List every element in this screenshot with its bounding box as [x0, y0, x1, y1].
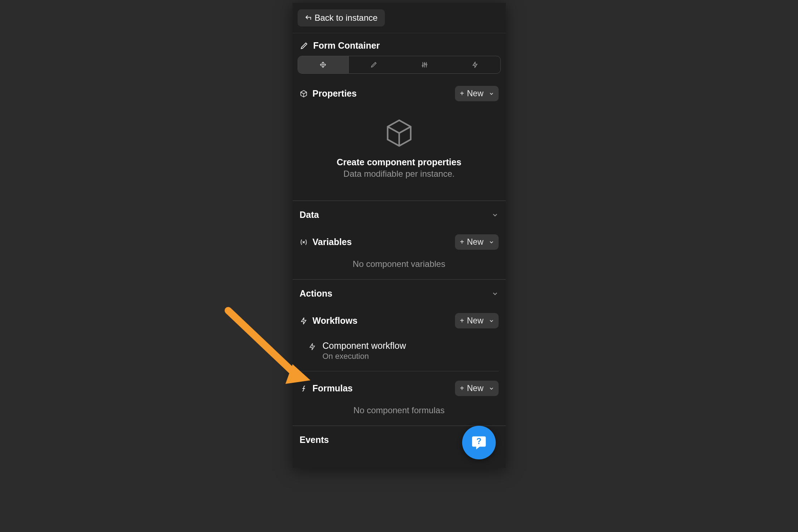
workflows-new-label: New — [467, 316, 483, 326]
move-icon — [319, 61, 327, 68]
workflows-header: Workflows + New — [293, 307, 506, 334]
formulas-new-button[interactable]: + New — [455, 381, 499, 396]
chevron-down-icon — [489, 91, 494, 97]
back-to-instance-button[interactable]: Back to instance — [298, 9, 385, 26]
variables-title: Variables — [313, 237, 352, 247]
cube-icon — [300, 90, 308, 98]
properties-empty-sub: Data modifiable per instance. — [300, 169, 499, 179]
tab-move[interactable] — [298, 56, 349, 73]
properties-empty-state: Create component properties Data modifia… — [293, 107, 506, 200]
variables-header: Variables + New — [293, 229, 506, 255]
tab-edit[interactable] — [349, 56, 399, 73]
sliders-icon — [421, 61, 428, 68]
bolt-icon — [308, 343, 316, 351]
bolt-icon — [300, 317, 308, 325]
variables-new-button[interactable]: + New — [455, 234, 499, 250]
workflow-item-title: Component workflow — [323, 341, 406, 351]
chevron-down-icon — [489, 318, 494, 324]
data-section-header[interactable]: Data — [293, 201, 506, 229]
plus-icon: + — [460, 238, 464, 246]
tab-bar — [298, 56, 501, 74]
help-chat-icon: ? — [471, 434, 487, 451]
component-panel: Back to instance Form Container Properti… — [293, 3, 506, 468]
actions-section-header[interactable]: Actions — [293, 280, 506, 307]
svg-line-5 — [228, 311, 296, 375]
formulas-header: Formulas + New — [293, 371, 506, 402]
formulas-title: Formulas — [313, 383, 353, 394]
chevron-down-icon — [491, 211, 499, 219]
actions-title: Actions — [300, 288, 333, 299]
pencil-icon — [370, 61, 377, 68]
workflow-item[interactable]: Component workflow On execution — [300, 334, 499, 371]
back-label: Back to instance — [315, 13, 378, 23]
chevron-down-icon — [491, 290, 499, 297]
plus-icon: + — [460, 317, 464, 325]
formulas-new-label: New — [467, 384, 483, 393]
events-title: Events — [300, 435, 329, 445]
formulas-empty: No component formulas — [293, 402, 506, 425]
back-arrow-icon — [305, 14, 312, 21]
variable-icon — [300, 238, 308, 246]
pencil-icon — [300, 42, 308, 50]
svg-point-0 — [422, 65, 423, 66]
function-icon — [300, 385, 308, 392]
tab-actions[interactable] — [450, 56, 500, 73]
chevron-down-icon — [489, 386, 494, 391]
workflows-title: Workflows — [313, 316, 358, 326]
plus-icon: + — [460, 89, 464, 98]
data-title: Data — [300, 210, 319, 220]
cube-large-icon — [384, 118, 415, 148]
properties-new-button[interactable]: + New — [455, 86, 499, 101]
properties-empty-title: Create component properties — [300, 157, 499, 167]
tab-settings[interactable] — [399, 56, 450, 73]
plus-icon: + — [460, 384, 464, 392]
variables-new-label: New — [467, 237, 483, 247]
help-button[interactable]: ? — [462, 426, 496, 459]
workflow-item-sub: On execution — [323, 352, 406, 361]
svg-point-1 — [424, 63, 425, 64]
properties-new-label: New — [467, 89, 483, 98]
svg-point-2 — [426, 64, 427, 65]
workflows-new-button[interactable]: + New — [455, 313, 499, 328]
svg-text:?: ? — [476, 436, 481, 446]
properties-title: Properties — [313, 88, 357, 99]
component-name: Form Container — [313, 40, 380, 51]
chevron-down-icon — [489, 239, 494, 245]
properties-header: Properties + New — [293, 80, 506, 107]
component-header: Form Container — [293, 33, 506, 56]
bolt-icon — [471, 61, 479, 68]
variables-empty: No component variables — [293, 255, 506, 279]
